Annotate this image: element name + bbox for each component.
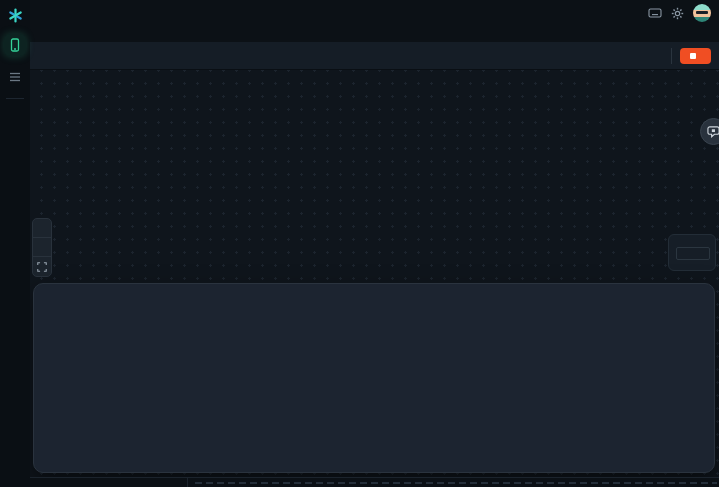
minimap-viewport (676, 247, 710, 260)
zoom-in-button[interactable] (33, 219, 51, 238)
list-icon (9, 72, 21, 82)
device-phone-icon (9, 38, 21, 52)
stop-icon (690, 53, 696, 59)
settings-gear-icon[interactable] (671, 7, 684, 20)
fit-view-icon (37, 262, 47, 272)
timeline-strip-divider (187, 478, 188, 487)
sidebar (0, 0, 30, 487)
funnel-panel (33, 283, 715, 473)
bottom-timeline-strip[interactable] (30, 477, 719, 487)
topbar (30, 0, 719, 42)
funnel-chart (34, 284, 715, 473)
stop-workflow-button[interactable] (680, 48, 711, 64)
topbar-icons (648, 4, 711, 22)
feedback-button[interactable] (700, 118, 719, 145)
zoom-out-button[interactable] (33, 238, 51, 257)
chat-bubble-icon (707, 125, 719, 138)
workflow-header-right (663, 48, 711, 64)
workflow-header (30, 42, 719, 70)
user-avatar[interactable] (693, 4, 711, 22)
header-divider (671, 48, 672, 64)
fit-view-button[interactable] (33, 257, 51, 276)
bitdrift-star-logo-icon[interactable] (6, 6, 24, 24)
minimap[interactable] (668, 234, 716, 271)
sidebar-divider (6, 98, 24, 99)
timeline-ticks (195, 482, 717, 484)
keyboard-icon[interactable] (648, 8, 662, 18)
sidebar-item-device[interactable] (4, 34, 26, 56)
sidebar-item-list[interactable] (4, 66, 26, 88)
app-root (0, 0, 719, 487)
zoom-controls (32, 218, 52, 277)
